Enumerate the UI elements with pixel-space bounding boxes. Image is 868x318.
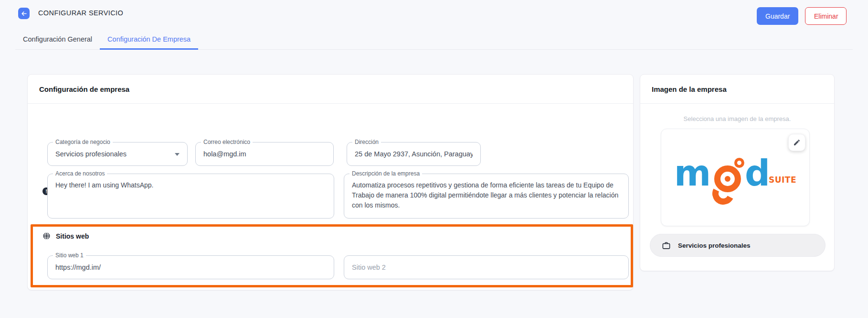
company-config-card-title: Configuración de empresa (28, 75, 633, 104)
websites-section-title: Sitios web (56, 232, 89, 240)
briefcase-icon (662, 241, 671, 250)
configure-service-page: CONFIGURAR SERVICIO Guardar Eliminar Con… (0, 0, 868, 318)
tab-bar: Configuración General Configuración De E… (15, 31, 853, 50)
category-badge-label: Servicios profesionales (678, 242, 751, 249)
business-category-value: Servicios profesionales (48, 143, 187, 165)
company-logo: m d SUITE (674, 158, 796, 192)
website2-input[interactable] (344, 256, 628, 279)
email-field: Correo electrónico (195, 142, 334, 166)
company-image-card: Imagen de la empresa Selecciona una imag… (640, 74, 835, 271)
category-badge: Servicios profesionales (650, 234, 826, 257)
logo-letter-m: m (674, 158, 709, 188)
description-field: Descripción de la empresa Automatiza pro… (344, 174, 629, 219)
email-input[interactable] (196, 143, 333, 165)
logo-g-glyph (714, 165, 741, 192)
about-textarea[interactable]: Hey there! I am using WhatsApp. (48, 174, 334, 218)
website2-field (344, 255, 629, 279)
globe-icon (42, 232, 51, 240)
about-field: Acerca de nosotros Hey there! I am using… (47, 174, 334, 219)
save-button[interactable]: Guardar (757, 7, 798, 25)
pencil-icon (793, 139, 801, 146)
email-label: Correo electrónico (201, 139, 253, 146)
logo-suite-text: SUITE (769, 175, 796, 185)
website1-field: Sitio web 1 (47, 255, 334, 279)
website1-input[interactable] (48, 256, 334, 279)
company-image-card-title: Imagen de la empresa (640, 75, 834, 104)
company-config-card: Configuración de empresa Información bás… (27, 74, 634, 290)
logo-letter-d: d (745, 158, 769, 188)
description-label: Descripción de la empresa (349, 170, 422, 177)
websites-section-header: Sitios web (42, 232, 89, 240)
address-input[interactable] (347, 143, 480, 165)
edit-image-button[interactable] (788, 134, 805, 151)
about-label: Acerca de nosotros (53, 170, 107, 177)
arrow-left-icon (21, 10, 28, 17)
address-field: Dirección (347, 142, 481, 166)
delete-button[interactable]: Eliminar (805, 7, 847, 25)
page-title: CONFIGURAR SERVICIO (38, 9, 123, 17)
address-label: Dirección (352, 139, 381, 146)
business-category-select[interactable]: Categoría de negocio Servicios profesion… (47, 142, 188, 166)
website1-label: Sitio web 1 (53, 252, 86, 259)
business-category-label: Categoría de negocio (53, 139, 113, 146)
back-button[interactable] (18, 8, 30, 19)
image-hint: Selecciona una imagen de la empresa. (640, 115, 834, 122)
company-image-box[interactable]: m d SUITE (661, 129, 810, 226)
tab-configuracion-de-empresa[interactable]: Configuración De Empresa (100, 31, 198, 50)
description-textarea[interactable]: Automatiza procesos repetitivos y gestio… (344, 174, 628, 218)
tab-configuracion-general[interactable]: Configuración General (15, 31, 100, 50)
